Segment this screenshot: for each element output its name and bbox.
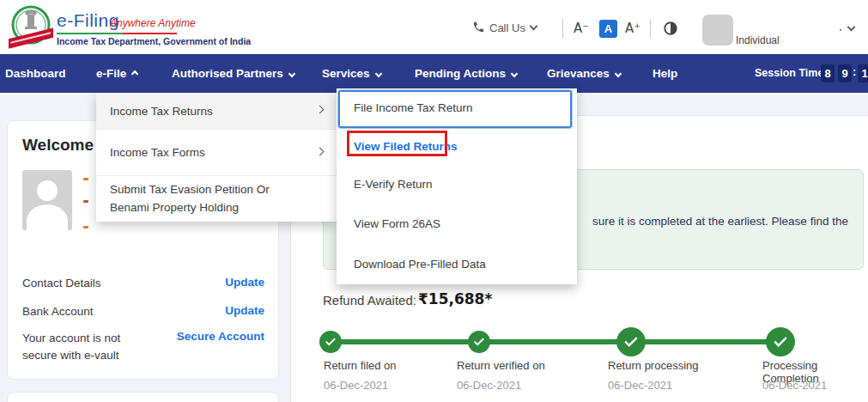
step-circle-processing-completion [766,327,795,356]
nav-pending-actions[interactable]: Pending Actions [415,54,517,93]
income-tax-emblem-logo [9,4,53,51]
nav-help[interactable]: Help [653,54,677,93]
session-colon: : [853,65,856,78]
call-us-menu[interactable]: Call Us [489,21,525,34]
header-divider [562,19,563,38]
bank-account-label: Bank Account [22,305,94,318]
bank-update-link[interactable]: Update [225,304,264,317]
banner-text: sure it is completed at the earliest. Pl… [592,215,848,228]
session-time-label: Session Time [755,67,823,79]
submenu-file-income-tax-return[interactable]: File Income Tax Return [354,101,473,114]
chevron-down-icon [288,70,295,76]
check-icon [623,334,639,350]
nav-efile[interactable]: e-File [96,54,137,93]
top-header: e-Filing Anywhere Anytime Income Tax Dep… [0,0,868,54]
step-circle-return-processing [616,327,646,356]
submenu-view-form-26as[interactable]: View Form 26AS [354,217,440,230]
avatar-silhouette [37,180,58,201]
step-circle-return-filed [319,331,342,353]
chevron-down-icon[interactable] [530,22,538,31]
step-label: Return filed on [324,359,397,372]
brand-underline [57,33,177,34]
red-annotation-box [347,131,447,156]
refund-amount: ₹15,688* [418,290,492,308]
step-date: 06-Dec-2021 [457,379,521,392]
contact-details-label: Contact Details [22,277,101,289]
nav-dashboard[interactable]: Dashboard [5,54,66,93]
menu-item-tax-evasion-petition[interactable]: Submit Tax Evasion Petition Or Benami Pr… [96,176,337,222]
header-divider [650,19,651,38]
submenu-download-prefilled-data[interactable]: Download Pre-Filled Data [354,258,486,271]
efiling-portal-page: e-Filing Anywhere Anytime Income Tax Dep… [0,0,868,402]
obscured-text-fragment [83,226,88,228]
session-digit: 1 [858,64,868,82]
check-icon [325,336,337,348]
chevron-down-icon [615,70,622,76]
chevron-down-icon [511,70,518,76]
nav-services[interactable]: Services [322,54,381,93]
font-increase-button[interactable]: A⁺ [625,21,640,36]
step-label: Return processing [608,359,699,372]
nav-grievances[interactable]: Grievances [547,54,621,93]
secure-account-link[interactable]: Secure Account [177,330,264,343]
step-label: Return verified on [457,359,545,372]
step-circle-return-verified [468,331,490,353]
session-digit: 8 [821,64,835,82]
step-date: 06-Dec-2021 [608,379,672,392]
profile-avatar [22,170,72,230]
chevron-up-icon [131,70,138,76]
menu-item-income-tax-returns[interactable]: Income Tax Returns [96,93,337,130]
brand-subtitle: Income Tax Department, Government of Ind… [57,36,251,46]
contrast-icon[interactable] [663,21,678,36]
contact-update-link[interactable]: Update [225,276,264,289]
font-default-button[interactable]: A [599,20,617,38]
check-icon [473,336,485,348]
user-type-label: Individual [736,34,780,46]
chevron-right-icon [316,106,325,114]
check-icon [773,334,788,350]
profile-chevron-down-icon[interactable] [847,23,856,32]
user-avatar[interactable] [702,15,733,46]
efile-dropdown-menu: Income Tax Returns Income Tax Forms Subm… [96,93,337,222]
obscured-text-fragment [83,178,88,180]
step-date: 06-Dec-2021 [762,379,827,392]
refund-awaited-label: Refund Awaited: [323,293,416,308]
evault-status-label: Your account is not secure with e-vault [22,330,151,363]
secondary-card [7,392,279,402]
nav-authorised-partners[interactable]: Authorised Partners [172,54,294,93]
brand-tagline: Anywhere Anytime [110,17,196,29]
dot [840,29,841,31]
chevron-right-icon [316,147,325,155]
menu-item-income-tax-forms[interactable]: Income Tax Forms [96,130,337,176]
phone-icon [472,21,485,34]
tracker-progress-line [331,339,780,344]
session-digit: 9 [838,64,852,82]
step-date: 06-Dec-2021 [324,379,388,392]
main-navbar: Dashboard e-File Authorised Partners Ser… [0,54,868,93]
income-tax-returns-submenu: File Income Tax Return View Filed Return… [337,88,577,284]
submenu-e-verify-return[interactable]: E-Verify Return [354,178,433,191]
font-decrease-button[interactable]: A⁻ [574,21,589,36]
obscured-text-fragment [83,200,88,203]
chevron-down-icon [374,70,381,76]
